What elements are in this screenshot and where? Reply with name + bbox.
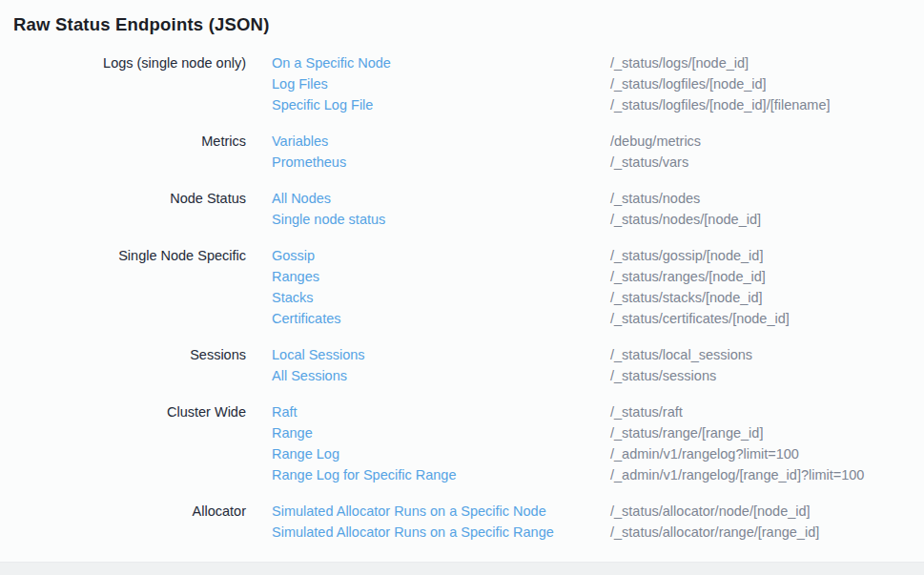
endpoint-row: Range/_status/range/[range_id]	[272, 422, 864, 443]
endpoint-entries: Gossip/_status/gossip/[node_id]Ranges/_s…	[272, 245, 790, 329]
endpoint-path: /_status/allocator/range/[range_id]	[610, 522, 819, 543]
endpoint-entries: Variables/debug/metricsPrometheus/_statu…	[272, 131, 701, 173]
endpoint-group: Cluster WideRaft/_status/raftRange/_stat…	[0, 401, 924, 485]
endpoint-link[interactable]: All Nodes	[272, 188, 610, 209]
endpoint-path: /debug/metrics	[610, 131, 701, 152]
endpoint-group: Node StatusAll Nodes/_status/nodesSingle…	[0, 188, 924, 230]
endpoint-link[interactable]: Local Sessions	[272, 344, 610, 365]
endpoint-row: Raft/_status/raft	[272, 401, 864, 422]
endpoint-link[interactable]: Range Log	[272, 443, 610, 464]
endpoint-row: Single node status/_status/nodes/[node_i…	[272, 209, 761, 230]
endpoint-group: Single Node SpecificGossip/_status/gossi…	[0, 245, 924, 329]
category-label: Node Status	[0, 188, 246, 209]
endpoint-path: /_status/stacks/[node_id]	[610, 287, 763, 308]
category-label: Sessions	[0, 344, 246, 365]
endpoint-link[interactable]: Stacks	[272, 287, 610, 308]
endpoint-path: /_status/ranges/[node_id]	[610, 266, 766, 287]
endpoint-link[interactable]: Specific Log File	[272, 94, 610, 115]
endpoint-link[interactable]: On a Specific Node	[272, 52, 610, 73]
category-label: Logs (single node only)	[0, 52, 246, 73]
endpoint-link[interactable]: All Sessions	[272, 365, 610, 386]
endpoint-link[interactable]: Gossip	[272, 245, 610, 266]
endpoint-path: /_status/logfiles/[node_id]	[610, 73, 767, 94]
endpoint-row: Variables/debug/metrics	[272, 131, 701, 152]
category-label: Allocator	[0, 501, 246, 522]
category-label: Metrics	[0, 131, 246, 152]
endpoint-path: /_status/nodes	[610, 188, 700, 209]
footer-strip	[0, 562, 924, 575]
endpoint-path: /_admin/v1/rangelog/[range_id]?limit=100	[610, 464, 864, 485]
endpoint-path: /_status/range/[range_id]	[610, 422, 763, 443]
endpoint-group: MetricsVariables/debug/metricsPrometheus…	[0, 131, 924, 173]
endpoint-link[interactable]: Ranges	[272, 266, 610, 287]
endpoint-group: SessionsLocal Sessions/_status/local_ses…	[0, 344, 924, 386]
endpoint-row: Simulated Allocator Runs on a Specific N…	[272, 501, 819, 522]
endpoint-link[interactable]: Certificates	[272, 308, 610, 329]
endpoint-link[interactable]: Simulated Allocator Runs on a Specific R…	[272, 522, 610, 543]
endpoint-row: Certificates/_status/certificates/[node_…	[272, 308, 790, 329]
endpoint-link[interactable]: Range	[272, 422, 610, 443]
endpoint-path: /_status/logfiles/[node_id]/[filename]	[610, 94, 831, 115]
endpoint-link[interactable]: Prometheus	[272, 152, 610, 173]
endpoint-entries: Local Sessions/_status/local_sessionsAll…	[272, 344, 752, 386]
endpoint-row: Local Sessions/_status/local_sessions	[272, 344, 752, 365]
endpoint-entries: Raft/_status/raftRange/_status/range/[ra…	[272, 401, 864, 485]
endpoint-row: Gossip/_status/gossip/[node_id]	[272, 245, 790, 266]
endpoint-link[interactable]: Variables	[272, 131, 610, 152]
endpoint-path: /_status/certificates/[node_id]	[610, 308, 790, 329]
endpoint-link[interactable]: Single node status	[272, 209, 610, 230]
endpoint-row: Ranges/_status/ranges/[node_id]	[272, 266, 790, 287]
endpoint-link[interactable]: Range Log for Specific Range	[272, 464, 610, 485]
endpoint-row: Specific Log File/_status/logfiles/[node…	[272, 94, 831, 115]
category-label: Cluster Wide	[0, 401, 246, 422]
category-label: Single Node Specific	[0, 245, 246, 266]
endpoint-row: Simulated Allocator Runs on a Specific R…	[272, 522, 819, 543]
endpoint-entries: All Nodes/_status/nodesSingle node statu…	[272, 188, 761, 230]
endpoint-path: /_status/raft	[610, 401, 683, 422]
endpoint-row: Stacks/_status/stacks/[node_id]	[272, 287, 790, 308]
endpoint-group: Logs (single node only)On a Specific Nod…	[0, 52, 924, 115]
endpoint-link[interactable]: Simulated Allocator Runs on a Specific N…	[272, 501, 610, 522]
endpoint-groups: Logs (single node only)On a Specific Nod…	[0, 52, 924, 558]
endpoint-entries: Simulated Allocator Runs on a Specific N…	[272, 501, 819, 543]
endpoint-row: Log Files/_status/logfiles/[node_id]	[272, 73, 831, 94]
endpoint-entries: On a Specific Node/_status/logs/[node_id…	[272, 52, 831, 115]
endpoint-group: AllocatorSimulated Allocator Runs on a S…	[0, 501, 924, 543]
endpoint-row: On a Specific Node/_status/logs/[node_id…	[272, 52, 831, 73]
endpoint-path: /_status/nodes/[node_id]	[610, 209, 761, 230]
endpoint-row: All Nodes/_status/nodes	[272, 188, 761, 209]
endpoint-path: /_status/logs/[node_id]	[610, 52, 749, 73]
endpoint-row: Range Log for Specific Range/_admin/v1/r…	[272, 464, 864, 485]
endpoint-row: Prometheus/_status/vars	[272, 152, 701, 173]
endpoint-path: /_status/vars	[610, 152, 688, 173]
endpoint-path: /_status/sessions	[610, 365, 716, 386]
endpoint-path: /_admin/v1/rangelog?limit=100	[610, 443, 799, 464]
endpoint-path: /_status/allocator/node/[node_id]	[610, 501, 811, 522]
endpoint-link[interactable]: Log Files	[272, 73, 610, 94]
endpoint-link[interactable]: Raft	[272, 401, 610, 422]
endpoint-path: /_status/gossip/[node_id]	[610, 245, 763, 266]
endpoint-path: /_status/local_sessions	[610, 344, 752, 365]
endpoint-row: Range Log/_admin/v1/rangelog?limit=100	[272, 443, 864, 464]
page-title: Raw Status Endpoints (JSON)	[13, 12, 924, 36]
endpoint-row: All Sessions/_status/sessions	[272, 365, 752, 386]
